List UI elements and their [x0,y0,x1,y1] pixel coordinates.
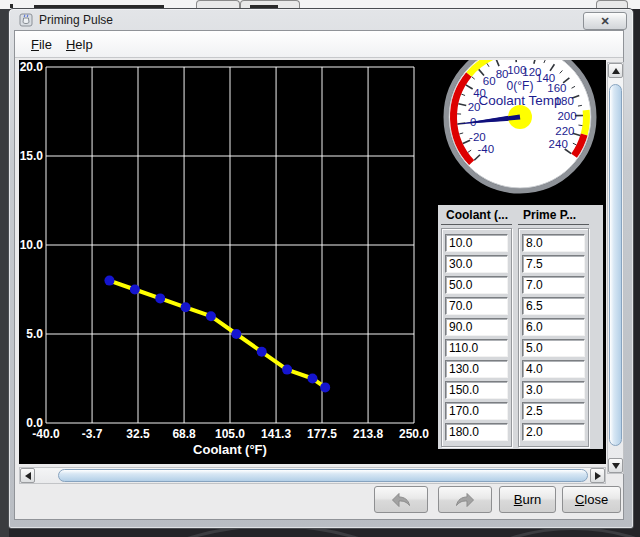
java-app-icon [19,13,33,27]
table-column-header: Prime P... [518,207,589,225]
scroll-pane: -40.0-3.732.568.8105.0141.3177.5213.8250… [19,60,625,486]
table-cell-input[interactable]: 7.5 [522,255,585,273]
scroll-left-button[interactable] [20,468,35,483]
table-column-1: Prime P...8.07.57.06.56.05.04.03.02.52.0 [518,207,589,447]
table-cell-input[interactable]: 170.0 [445,402,508,420]
table-cell-input[interactable]: 150.0 [445,381,508,399]
table-cell-input[interactable]: 5.0 [522,339,585,357]
table-column-header: Coolant (... [441,207,512,225]
chart-data-point[interactable] [257,347,267,357]
table-cell-input[interactable]: 50.0 [445,276,508,294]
redo-button[interactable] [438,486,492,513]
y-tick-label: 20.0 [20,60,44,74]
gauge-scale-label: 160 [547,82,566,94]
table-cell-input[interactable]: 130.0 [445,360,508,378]
chart-data-point[interactable] [307,374,317,384]
table-cell-input[interactable]: 90.0 [445,318,508,336]
gauge-warning-zone [584,110,586,134]
scroll-right-button[interactable] [590,468,605,483]
y-tick-label: 10.0 [20,238,44,252]
x-tick-label: 105.0 [215,427,245,441]
table-cell-input[interactable]: 2.0 [522,423,585,441]
table-cell-input[interactable]: 10.0 [445,234,508,252]
gauge-scale-label: -40 [478,143,495,155]
chart-data-point[interactable] [155,293,165,303]
table-cell-input[interactable]: 70.0 [445,297,508,315]
value-table-panel: Coolant (...10.030.050.070.090.0110.0130… [434,201,606,453]
table-cell-input[interactable]: 3.0 [522,381,585,399]
x-tick-label: 213.8 [353,427,383,441]
gauge-value-text: 0(°F) [507,79,534,93]
scroll-up-button[interactable] [608,63,623,78]
gauge-scale-label: 240 [549,138,568,150]
table-column-0: Coolant (...10.030.050.070.090.0110.0130… [441,207,512,447]
titlebar[interactable]: Priming Pulse ✕ [9,9,633,31]
coolant-temp-gauge: -40-200204060801001201401601802002202400… [443,60,603,202]
chart-data-point[interactable] [282,365,292,375]
close-window-button[interactable]: ✕ [583,12,627,30]
vertical-scrollbar-thumb[interactable] [609,84,622,446]
chart-data-point[interactable] [181,302,191,312]
close-button[interactable]: Close [562,486,621,513]
scroll-down-button[interactable] [608,458,623,473]
horizontal-scrollbar[interactable] [19,467,606,484]
menu-file[interactable]: File [24,34,59,55]
burn-button[interactable]: Burn [499,486,556,513]
table-cell-input[interactable]: 8.0 [522,234,585,252]
table-cell-input[interactable]: 180.0 [445,423,508,441]
chart-data-point[interactable] [206,311,216,321]
chart-data-point[interactable] [231,329,241,339]
table-cell-input[interactable]: 6.5 [522,297,585,315]
x-tick-label: 250.0 [399,427,429,441]
x-tick-label: -3.7 [82,427,103,441]
content-viewport: -40.0-3.732.568.8105.0141.3177.5213.8250… [19,60,606,464]
chart-data-point[interactable] [130,285,140,295]
right-arrow-icon [595,472,605,480]
x-tick-label: 177.5 [307,427,337,441]
gauge-scale-label: 200 [557,110,576,122]
dialog-client-area: File Help -40.0-3.732.568.8105.0141.3177… [14,30,624,520]
y-tick-label: 0.0 [26,416,43,430]
menu-help[interactable]: Help [59,34,100,55]
gauge-scale-label: 220 [555,125,574,137]
y-tick-label: 5.0 [26,327,43,341]
vertical-scrollbar[interactable] [607,62,624,474]
table-cell-input[interactable]: 2.5 [522,402,585,420]
up-arrow-icon [612,64,620,74]
table-cell-input[interactable]: 110.0 [445,339,508,357]
menubar: File Help [15,31,623,58]
table-cell-input[interactable]: 6.0 [522,318,585,336]
x-axis-title: Coolant (°F) [193,442,267,457]
table-cell-input[interactable]: 30.0 [445,255,508,273]
window-title: Priming Pulse [39,13,113,27]
chart-data-point[interactable] [104,276,114,286]
table-cell-input[interactable]: 4.0 [522,360,585,378]
x-tick-label: 141.3 [261,427,291,441]
table-cell-input[interactable]: 7.0 [522,276,585,294]
undo-button[interactable] [374,486,428,513]
horizontal-scrollbar-thumb[interactable] [58,469,588,482]
table-fields-box: 10.030.050.070.090.0110.0130.0150.0170.0… [441,228,512,447]
x-tick-label: 68.8 [172,427,196,441]
gauge-scale-label: -20 [469,131,486,143]
x-tick-label: 32.5 [126,427,150,441]
left-arrow-icon [21,472,31,480]
redo-icon [453,488,477,512]
chart-grid [46,67,414,423]
table-fields-box: 8.07.57.06.56.05.04.03.02.52.0 [518,228,589,447]
undo-icon [389,488,413,512]
priming-pulse-window: Priming Pulse ✕ File Help -40.0-3.732.56… [8,8,634,529]
gauge-scale-label: 60 [483,75,496,87]
chart-data-point[interactable] [320,382,330,392]
close-icon: ✕ [600,15,609,28]
y-tick-label: 15.0 [20,149,44,163]
down-arrow-icon [612,463,620,473]
